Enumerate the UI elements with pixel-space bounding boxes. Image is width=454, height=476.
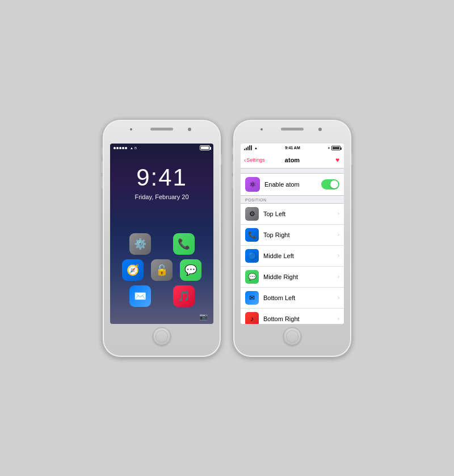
position-row-topright[interactable]: 📞 Top Right › bbox=[241, 225, 344, 246]
mute-button[interactable] bbox=[101, 147, 103, 155]
enable-atom-icon: ⚛ bbox=[245, 177, 260, 192]
ls-icon-row-3: ✉️ 🎵 bbox=[118, 285, 205, 307]
position-section-header: POSITION bbox=[241, 196, 344, 203]
ls-date: Friday, February 20 bbox=[134, 193, 188, 200]
nav-heart-icon[interactable]: ♥ bbox=[335, 156, 339, 164]
volume-down-button[interactable] bbox=[101, 176, 103, 189]
settings-wifi: ▲ bbox=[254, 146, 258, 150]
topleft-icon: ⚙ bbox=[245, 207, 259, 221]
volume-down-button-2[interactable] bbox=[232, 176, 233, 189]
botright-chevron: › bbox=[338, 315, 339, 322]
position-row-botleft[interactable]: ✉ Bottom Left › bbox=[241, 288, 344, 309]
topleft-chevron: › bbox=[338, 210, 339, 217]
lockscreen-screen: ▲ B 9:41 Friday, February 20 bbox=[110, 144, 213, 324]
iphone-settings: ▲ 9:41 AM ✶ ‹ bbox=[233, 119, 352, 357]
topleft-label: Top Left bbox=[263, 210, 333, 217]
signal-bar-4 bbox=[249, 145, 250, 150]
home-button[interactable] bbox=[153, 327, 171, 346]
midleft-label: Middle Left bbox=[263, 252, 333, 259]
enable-atom-label: Enable atom bbox=[264, 181, 317, 188]
settings-nav-bar: ‹ Settings atom ♥ bbox=[241, 153, 344, 169]
enable-atom-toggle[interactable] bbox=[321, 179, 339, 189]
home-button-ring bbox=[155, 330, 168, 343]
signal-bar-2 bbox=[246, 148, 247, 150]
settings-content: ⚛ Enable atom POSITION ⚙ bbox=[241, 169, 344, 324]
position-row-topleft[interactable]: ⚙ Top Left › bbox=[241, 204, 344, 225]
ls-battery-fill bbox=[201, 146, 209, 149]
ls-app-safari[interactable]: 🧭 bbox=[122, 259, 144, 281]
midright-label: Middle Right bbox=[263, 273, 333, 280]
ls-dot-3 bbox=[119, 147, 121, 149]
ls-app-music[interactable]: 🎵 bbox=[173, 285, 195, 307]
front-sensor-2 bbox=[260, 128, 263, 130]
ls-signal: ▲ B bbox=[114, 146, 137, 150]
botleft-label: Bottom Left bbox=[263, 294, 333, 301]
topright-chevron: › bbox=[338, 231, 339, 238]
midleft-chevron: › bbox=[338, 252, 339, 259]
ls-battery-icon bbox=[200, 145, 210, 150]
settings-time: 9:41 AM bbox=[285, 146, 300, 150]
botright-icon: ♪ bbox=[245, 312, 259, 324]
ls-app-unlock[interactable]: 🔓 bbox=[151, 259, 173, 281]
front-camera-2 bbox=[318, 128, 322, 131]
signal-bar-1 bbox=[244, 149, 245, 150]
ls-camera-icon: 📷 bbox=[199, 313, 208, 321]
toggle-knob bbox=[330, 180, 338, 188]
mute-button-2[interactable] bbox=[232, 147, 233, 155]
ls-icon-row-2: 🧭 🔓 💬 bbox=[118, 259, 205, 281]
midright-chevron: › bbox=[338, 273, 339, 280]
settings-status-bar: ▲ 9:41 AM ✶ bbox=[241, 144, 344, 153]
signal-bar-3 bbox=[247, 146, 249, 150]
phones-container: ▲ B 9:41 Friday, February 20 bbox=[102, 119, 352, 357]
settings-status-left: ▲ bbox=[244, 145, 258, 150]
signal-bar-5 bbox=[251, 145, 252, 150]
position-row-midright[interactable]: 💬 Middle Right › bbox=[241, 267, 344, 288]
volume-up-button-2[interactable] bbox=[232, 161, 233, 173]
position-row-botright[interactable]: ♪ Bottom Right › bbox=[241, 309, 344, 324]
iphone-top bbox=[107, 127, 216, 142]
settings-screen: ▲ 9:41 AM ✶ ‹ bbox=[241, 144, 344, 324]
midright-icon: 💬 bbox=[245, 270, 259, 284]
position-list: ⚙ Top Left › 📞 Top Right › 🔵 bbox=[241, 203, 344, 324]
ls-dot-2 bbox=[116, 147, 119, 149]
power-button[interactable] bbox=[221, 154, 222, 165]
ls-dot-1 bbox=[114, 147, 116, 149]
ls-time: 9:41 bbox=[136, 164, 187, 191]
ls-app-phone[interactable]: 📞 bbox=[173, 233, 195, 255]
nav-back-button[interactable]: ‹ Settings bbox=[244, 157, 265, 163]
ls-app-messages[interactable]: 💬 bbox=[180, 259, 201, 281]
iphone-lockscreen: ▲ B 9:41 Friday, February 20 bbox=[102, 119, 221, 357]
position-row-midleft[interactable]: 🔵 Middle Left › bbox=[241, 246, 344, 267]
volume-up-button[interactable] bbox=[101, 161, 103, 173]
iphone-top-2 bbox=[238, 127, 347, 142]
speaker-2 bbox=[281, 128, 304, 130]
front-camera bbox=[188, 128, 191, 131]
settings-screen-container: ▲ 9:41 AM ✶ ‹ bbox=[241, 144, 344, 324]
botleft-chevron: › bbox=[338, 294, 339, 301]
ls-bt-icon: B bbox=[134, 146, 137, 150]
topright-label: Top Right bbox=[263, 231, 333, 238]
ls-app-mail[interactable]: ✉️ bbox=[129, 285, 151, 307]
signal-bars bbox=[244, 145, 252, 150]
nav-back-label: Settings bbox=[246, 157, 265, 163]
power-button-2[interactable] bbox=[351, 154, 353, 165]
ls-status-bar: ▲ B bbox=[110, 144, 213, 153]
home-button-ring-2 bbox=[286, 330, 299, 343]
topright-icon: 📞 bbox=[245, 228, 259, 242]
midleft-icon: 🔵 bbox=[245, 249, 259, 263]
nav-title: atom bbox=[285, 157, 300, 163]
ls-signal-dots bbox=[114, 147, 127, 149]
settings-battery-fill bbox=[333, 147, 339, 149]
enable-atom-row[interactable]: ⚛ Enable atom bbox=[241, 173, 344, 196]
iphone-body: ▲ B 9:41 Friday, February 20 bbox=[107, 127, 216, 349]
ls-dot-5 bbox=[125, 147, 127, 149]
home-button-2[interactable] bbox=[283, 327, 301, 346]
bt-icon: ✶ bbox=[327, 146, 330, 150]
speaker bbox=[150, 128, 173, 130]
ls-app-settings[interactable]: ⚙️ bbox=[129, 233, 151, 255]
iphone-body-2: ▲ 9:41 AM ✶ ‹ bbox=[238, 127, 347, 349]
settings-battery bbox=[331, 146, 340, 150]
ls-app-grid: ⚙️ 📞 🧭 🔓 💬 ✉️ 🎵 bbox=[110, 233, 213, 307]
lockscreen: ▲ B 9:41 Friday, February 20 bbox=[110, 144, 213, 324]
ls-dot-4 bbox=[122, 147, 124, 149]
